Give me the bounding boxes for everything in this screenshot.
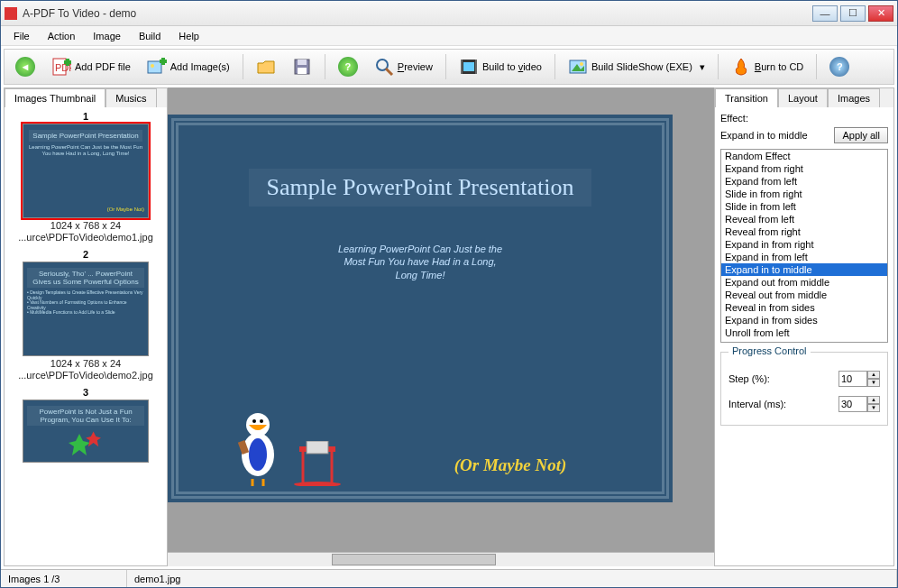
flame-icon — [731, 57, 751, 77]
effect-item[interactable]: Unroll from right — [721, 339, 887, 343]
progress-legend: Progress Control — [728, 345, 811, 356]
effects-listbox[interactable]: Random EffectExpand from rightExpand fro… — [720, 149, 888, 343]
effect-item[interactable]: Unroll from left — [721, 326, 887, 339]
arrow-left-icon: ◄ — [15, 57, 35, 77]
current-effect: Expand in to middle — [720, 130, 830, 141]
menu-help[interactable]: Help — [170, 28, 208, 44]
svg-line-12 — [386, 69, 392, 75]
properties-panel: Transition Layout Images Effect: Expand … — [714, 87, 894, 566]
burn-cd-button[interactable]: Burn to CD — [726, 53, 809, 80]
effect-item[interactable]: Expand from right — [721, 162, 887, 175]
apply-all-button[interactable]: Apply all — [834, 127, 888, 143]
svg-point-25 — [252, 419, 256, 423]
svg-rect-16 — [475, 60, 477, 74]
image-plus-icon — [147, 57, 167, 77]
app-icon — [5, 7, 17, 20]
svg-point-23 — [249, 438, 267, 471]
interval-label: Interval (ms): — [728, 399, 831, 409]
preview-area: Sample PowerPoint Presentation Learning … — [168, 87, 714, 566]
interval-input[interactable] — [838, 396, 867, 412]
tab-thumbnails[interactable]: Images Thumbnail — [5, 88, 105, 107]
effect-item[interactable]: Reveal from right — [721, 225, 887, 238]
svg-rect-4 — [148, 61, 161, 73]
statusbar: Images 1 /3 demo1.jpg — [1, 569, 897, 587]
thumbnails-list[interactable]: 1 Sample PowerPoint Presentation Learnin… — [5, 107, 167, 565]
titlebar: A-PDF To Video - demo — ☐ ✕ — [1, 1, 897, 26]
status-count: Images 1 /3 — [1, 570, 127, 587]
effect-item[interactable]: Reveal out from middle — [721, 289, 887, 301]
interval-spinner[interactable]: ▲▼ — [867, 396, 880, 412]
thumbnail-2[interactable]: 2 Seriously, Tho' ... PowerPoint Gives u… — [8, 249, 163, 381]
svg-point-26 — [260, 419, 263, 423]
help-circle-icon: ? — [338, 57, 358, 77]
menu-build[interactable]: Build — [130, 28, 170, 44]
build-video-button[interactable]: Build to video — [454, 53, 547, 80]
thumbnail-image: PowerPoint is Not Just a Fun Program, Yo… — [23, 400, 149, 463]
magnifier-icon — [374, 57, 394, 77]
menu-image[interactable]: Image — [84, 28, 130, 44]
menubar: File Action Image Build Help — [1, 26, 897, 46]
svg-rect-9 — [298, 60, 307, 65]
thumbnail-image: Seriously, Tho' ... PowerPoint Gives us … — [23, 262, 149, 356]
build-slideshow-button[interactable]: Build SlideShow (EXE) ▾ — [563, 53, 710, 80]
effect-label: Effect: — [715, 107, 893, 125]
progress-control-group: Progress Control Step (%): ▲▼ Interval (… — [720, 352, 888, 426]
add-pdf-label: Add PDF file — [75, 61, 131, 72]
svg-rect-10 — [298, 68, 307, 74]
build-slideshow-label: Build SlideShow (EXE) — [591, 61, 692, 72]
back-button[interactable]: ◄ — [10, 53, 41, 80]
toolbar: ◄ PDF Add PDF file Add Image(s) ? Previe… — [4, 49, 894, 85]
tab-transition[interactable]: Transition — [715, 88, 778, 107]
effect-item[interactable]: Expand from left — [721, 175, 887, 188]
add-images-label: Add Image(s) — [170, 61, 230, 72]
step-spinner[interactable]: ▲▼ — [867, 371, 880, 387]
pdf-icon: PDF — [51, 57, 71, 77]
effect-item[interactable]: Expand in from left — [721, 251, 887, 263]
slide-clipart — [231, 405, 344, 486]
effect-item[interactable]: Random Effect — [721, 150, 887, 162]
svg-rect-15 — [461, 60, 463, 74]
slide-preview: Sample PowerPoint Presentation Learning … — [168, 115, 673, 502]
thumbnail-3[interactable]: 3 PowerPoint is Not Just a Fun Program, … — [8, 387, 163, 463]
tab-musics[interactable]: Musics — [105, 88, 156, 107]
minimize-button[interactable]: — — [812, 5, 838, 22]
folder-open-icon — [256, 57, 276, 77]
effect-item[interactable]: Expand in from right — [721, 238, 887, 251]
status-file: demo1.jpg — [127, 570, 897, 587]
add-pdf-button[interactable]: PDF Add PDF file — [46, 53, 136, 80]
svg-marker-21 — [86, 431, 101, 446]
maximize-button[interactable]: ☐ — [840, 5, 866, 22]
slide-footer: (Or Maybe Not) — [454, 455, 567, 475]
preview-button[interactable]: Preview — [369, 53, 438, 80]
effect-item[interactable]: Expand in from sides — [721, 314, 887, 326]
close-button[interactable]: ✕ — [868, 5, 893, 22]
effect-item[interactable]: Slide in from right — [721, 188, 887, 200]
thumbnail-image: Sample PowerPoint Presentation Learning … — [23, 124, 149, 218]
svg-rect-14 — [463, 62, 474, 71]
floppy-icon — [292, 57, 312, 77]
window-title: A-PDF To Video - demo — [23, 7, 812, 20]
effect-item[interactable]: Expand in to middle — [721, 263, 887, 276]
help-button[interactable]: ? — [824, 53, 855, 80]
menu-file[interactable]: File — [5, 28, 39, 44]
svg-point-5 — [151, 64, 154, 68]
effect-item[interactable]: Expand out from middle — [721, 276, 887, 289]
step-input[interactable] — [838, 371, 867, 387]
effect-item[interactable]: Reveal from left — [721, 213, 887, 225]
svg-point-34 — [294, 482, 341, 486]
help-circle-button[interactable]: ? — [333, 53, 363, 80]
open-folder-button[interactable] — [251, 53, 281, 80]
effect-item[interactable]: Slide in from left — [721, 200, 887, 213]
svg-rect-31 — [307, 441, 328, 454]
dropdown-icon: ▾ — [700, 61, 705, 73]
picture-icon — [568, 57, 588, 77]
menu-action[interactable]: Action — [39, 28, 85, 44]
horizontal-scrollbar[interactable] — [168, 552, 714, 566]
tab-layout[interactable]: Layout — [778, 88, 828, 107]
add-images-button[interactable]: Add Image(s) — [142, 53, 235, 80]
step-label: Step (%): — [728, 373, 831, 384]
thumbnail-1[interactable]: 1 Sample PowerPoint Presentation Learnin… — [8, 111, 163, 243]
effect-item[interactable]: Reveal in from sides — [721, 301, 887, 314]
tab-images[interactable]: Images — [828, 88, 880, 107]
save-button[interactable] — [287, 53, 317, 80]
